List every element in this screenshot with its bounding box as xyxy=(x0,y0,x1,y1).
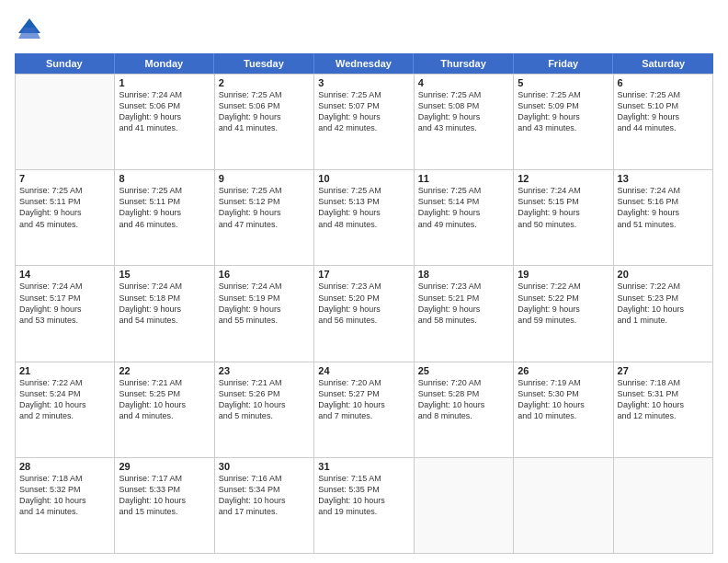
cell-line: Daylight: 9 hours xyxy=(418,207,509,218)
cell-line: Sunrise: 7:24 AM xyxy=(219,281,310,292)
calendar-cell: 4Sunrise: 7:25 AMSunset: 5:08 PMDaylight… xyxy=(415,75,514,169)
calendar-cell: 17Sunrise: 7:23 AMSunset: 5:20 PMDayligh… xyxy=(314,266,414,361)
cell-line: Daylight: 10 hours xyxy=(119,495,210,506)
cell-line: Daylight: 9 hours xyxy=(318,111,409,122)
cell-line: Sunset: 5:16 PM xyxy=(618,196,709,207)
day-number: 31 xyxy=(318,461,409,472)
day-number: 16 xyxy=(219,269,310,280)
calendar-week: 28Sunrise: 7:18 AMSunset: 5:32 PMDayligh… xyxy=(16,458,713,554)
cell-line: Sunrise: 7:25 AM xyxy=(618,89,709,100)
cell-line: Sunset: 5:14 PM xyxy=(418,196,509,207)
calendar-cell: 28Sunrise: 7:18 AMSunset: 5:32 PMDayligh… xyxy=(16,458,115,553)
calendar-cell: 21Sunrise: 7:22 AMSunset: 5:24 PMDayligh… xyxy=(16,362,115,457)
cell-line: and 43 minutes. xyxy=(518,122,609,133)
cell-line: Daylight: 9 hours xyxy=(219,111,310,122)
day-number: 11 xyxy=(418,173,509,184)
cell-line: and 48 minutes. xyxy=(318,219,409,230)
day-number: 23 xyxy=(219,365,310,376)
cell-line: and 49 minutes. xyxy=(418,219,509,230)
cell-line: Sunrise: 7:25 AM xyxy=(418,185,509,196)
cell-line: and 8 minutes. xyxy=(418,410,509,421)
cell-line: and 7 minutes. xyxy=(318,410,409,421)
cell-line: Daylight: 10 hours xyxy=(19,399,110,410)
cell-line: Sunset: 5:32 PM xyxy=(19,484,110,495)
cell-line: and 10 minutes. xyxy=(518,410,609,421)
cell-line: Sunset: 5:18 PM xyxy=(119,293,210,304)
day-number: 1 xyxy=(119,77,210,88)
cell-line: Sunset: 5:08 PM xyxy=(418,100,509,111)
cell-line: Daylight: 9 hours xyxy=(518,207,609,218)
cell-line: Daylight: 9 hours xyxy=(19,207,110,218)
weekday-header: Wednesday xyxy=(314,53,415,74)
cell-line: Sunset: 5:11 PM xyxy=(19,196,110,207)
cell-line: Sunset: 5:15 PM xyxy=(518,196,609,207)
calendar-week: 1Sunrise: 7:24 AMSunset: 5:06 PMDaylight… xyxy=(16,75,713,170)
cell-line: Sunset: 5:34 PM xyxy=(219,484,310,495)
cell-line: Sunrise: 7:22 AM xyxy=(19,377,110,388)
cell-line: and 45 minutes. xyxy=(19,219,110,230)
cell-line: Daylight: 9 hours xyxy=(318,207,409,218)
cell-line: Sunrise: 7:24 AM xyxy=(19,281,110,292)
logo xyxy=(15,15,48,44)
cell-line: Sunrise: 7:25 AM xyxy=(19,185,110,196)
cell-line: Sunrise: 7:23 AM xyxy=(318,281,409,292)
cell-line: Sunset: 5:31 PM xyxy=(618,388,709,399)
calendar: SundayMondayTuesdayWednesdayThursdayFrid… xyxy=(15,53,713,554)
calendar-cell: 14Sunrise: 7:24 AMSunset: 5:17 PMDayligh… xyxy=(16,266,115,361)
cell-line: Daylight: 9 hours xyxy=(518,111,609,122)
cell-line: Sunrise: 7:22 AM xyxy=(518,281,609,292)
cell-line: and 47 minutes. xyxy=(219,219,310,230)
day-number: 19 xyxy=(518,269,609,280)
calendar-cell: 25Sunrise: 7:20 AMSunset: 5:28 PMDayligh… xyxy=(415,362,514,457)
cell-line: Sunrise: 7:22 AM xyxy=(618,281,709,292)
calendar-cell: 2Sunrise: 7:25 AMSunset: 5:06 PMDaylight… xyxy=(215,75,314,169)
cell-line: and 4 minutes. xyxy=(119,410,210,421)
cell-line: and 59 minutes. xyxy=(518,315,609,326)
cell-line: and 12 minutes. xyxy=(618,410,709,421)
cell-line: Sunrise: 7:18 AM xyxy=(618,377,709,388)
cell-line: Sunset: 5:21 PM xyxy=(418,293,509,304)
calendar-cell: 30Sunrise: 7:16 AMSunset: 5:34 PMDayligh… xyxy=(215,458,314,553)
cell-line: Sunset: 5:33 PM xyxy=(119,484,210,495)
weekday-header: Tuesday xyxy=(214,53,314,74)
cell-line: Daylight: 10 hours xyxy=(518,399,609,410)
cell-line: and 2 minutes. xyxy=(19,410,110,421)
day-number: 9 xyxy=(219,173,310,184)
cell-line: and 58 minutes. xyxy=(418,315,509,326)
cell-line: and 44 minutes. xyxy=(618,122,709,133)
day-number: 21 xyxy=(19,365,110,376)
cell-line: and 51 minutes. xyxy=(618,219,709,230)
cell-line: Sunset: 5:11 PM xyxy=(119,196,210,207)
logo-icon xyxy=(15,15,44,44)
cell-line: Sunrise: 7:17 AM xyxy=(119,473,210,484)
weekday-header: Thursday xyxy=(414,53,514,74)
cell-line: Sunrise: 7:24 AM xyxy=(518,185,609,196)
calendar-cell: 10Sunrise: 7:25 AMSunset: 5:13 PMDayligh… xyxy=(314,170,414,265)
weekday-header: Saturday xyxy=(613,53,713,74)
cell-line: Sunrise: 7:19 AM xyxy=(518,377,609,388)
cell-line: Sunset: 5:24 PM xyxy=(19,388,110,399)
cell-line: Daylight: 10 hours xyxy=(318,399,409,410)
cell-line: and 55 minutes. xyxy=(219,315,310,326)
calendar-cell: 20Sunrise: 7:22 AMSunset: 5:23 PMDayligh… xyxy=(614,266,713,361)
cell-line: Daylight: 10 hours xyxy=(219,495,310,506)
cell-line: Daylight: 9 hours xyxy=(418,304,509,315)
cell-line: and 41 minutes. xyxy=(119,122,210,133)
cell-line: Sunrise: 7:20 AM xyxy=(418,377,509,388)
cell-line: Sunset: 5:30 PM xyxy=(518,388,609,399)
cell-line: Sunrise: 7:20 AM xyxy=(318,377,409,388)
cell-line: and 1 minute. xyxy=(618,315,709,326)
day-number: 7 xyxy=(19,173,110,184)
cell-line: and 54 minutes. xyxy=(119,315,210,326)
cell-line: Sunrise: 7:25 AM xyxy=(219,89,310,100)
cell-line: and 56 minutes. xyxy=(318,315,409,326)
cell-line: Sunset: 5:23 PM xyxy=(618,293,709,304)
day-number: 6 xyxy=(618,77,709,88)
cell-line: Sunset: 5:25 PM xyxy=(119,388,210,399)
calendar-cell xyxy=(514,458,613,553)
cell-line: Daylight: 9 hours xyxy=(518,304,609,315)
cell-line: and 5 minutes. xyxy=(219,410,310,421)
day-number: 18 xyxy=(418,269,509,280)
cell-line: Sunrise: 7:24 AM xyxy=(618,185,709,196)
cell-line: Sunset: 5:13 PM xyxy=(318,196,409,207)
